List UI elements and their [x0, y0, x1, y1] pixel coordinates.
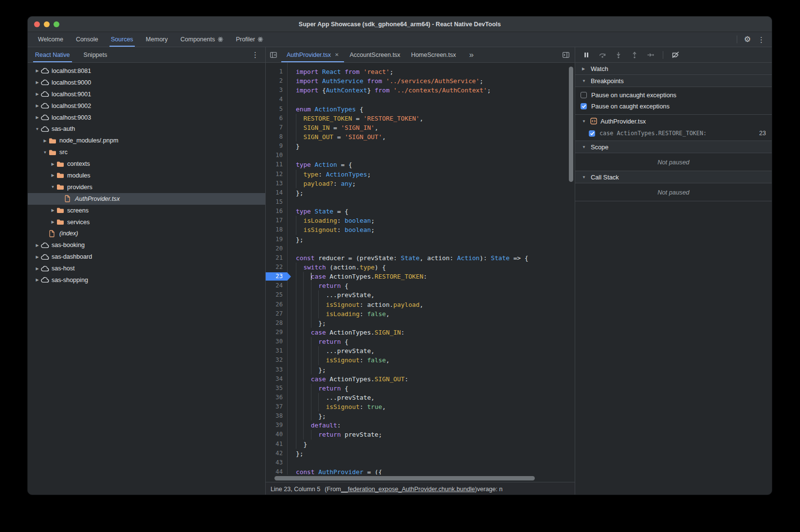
code-line[interactable]: const reducer = (prevState: State, actio…	[288, 253, 575, 263]
tree-item-localhost-8081[interactable]: ▶localhost:8081	[28, 65, 265, 77]
chevron-right-icon[interactable]: ▶	[49, 208, 56, 213]
tree-item-localhost-9001[interactable]: ▶localhost:9001	[28, 89, 265, 100]
gutter-line-number[interactable]: 42	[266, 449, 287, 458]
gutter-line-number[interactable]: 17	[266, 216, 287, 225]
code-line[interactable]: import AuthService from '../services/Aut…	[288, 76, 575, 86]
chevron-right-icon[interactable]: ▶	[41, 139, 49, 143]
gutter-line-number[interactable]: 28	[266, 319, 287, 328]
gutter-line-number[interactable]: 39	[266, 421, 287, 430]
step-over-button[interactable]	[599, 51, 606, 59]
editor-tab-authprovider-tsx[interactable]: AuthProvider.tsx✕	[281, 47, 344, 62]
code-line[interactable]: const AuthProvider = ({	[288, 467, 575, 475]
minimize-window-button[interactable]	[44, 21, 50, 27]
code-line[interactable]: isSignout: false,	[288, 355, 575, 365]
zoom-window-button[interactable]	[54, 21, 59, 27]
code-line[interactable]: case ActionTypes.SIGN_OUT:	[288, 374, 575, 384]
code-line[interactable]: type: ActionTypes;	[288, 170, 575, 179]
chevron-right-icon[interactable]: ▶	[34, 266, 41, 271]
code-line[interactable]: isSignout: action.payload,	[288, 300, 575, 309]
chevron-right-icon[interactable]: ▶	[49, 173, 56, 177]
gutter-line-number[interactable]: 1	[266, 67, 287, 76]
breakpoint-entry[interactable]: case ActionTypes.RESTORE_TOKEN: 23	[575, 127, 772, 139]
gutter-line-number[interactable]: 9	[266, 142, 287, 151]
code-line[interactable]: ...prevState,	[288, 290, 575, 300]
step-button[interactable]	[647, 51, 655, 59]
breakpoint-file-group[interactable]: ▼ AuthProvider.tsx	[575, 115, 772, 127]
gutter-line-number[interactable]: 18	[266, 225, 287, 234]
gutter-line-number[interactable]: 13	[266, 179, 287, 188]
pause-caught-checkbox[interactable]	[581, 103, 587, 109]
scope-section-header[interactable]: ▼ Scope	[575, 141, 772, 153]
code-line[interactable]: default:	[288, 421, 575, 430]
gutter-line-number[interactable]: 44	[266, 467, 287, 475]
call-stack-section-header[interactable]: ▼ Call Stack	[575, 171, 772, 183]
more-tabs-chevron[interactable]: »	[461, 47, 481, 62]
execution-line-marker[interactable]: 23	[266, 272, 287, 281]
gutter-line-number[interactable]: 31	[266, 346, 287, 355]
navigator-tab-snippets[interactable]: Snippets	[77, 47, 114, 62]
editor-tab-accountscreen-tsx[interactable]: AccountScreen.tsx	[344, 47, 405, 62]
tree-item-modules[interactable]: ▶modules	[28, 170, 265, 181]
code-line[interactable]: };	[288, 365, 575, 374]
tab-memory[interactable]: Memory	[140, 32, 174, 47]
tab-components[interactable]: Components	[174, 32, 230, 47]
settings-gear-icon[interactable]: ⚙	[744, 35, 751, 43]
tree-item-contexts[interactable]: ▶contexts	[28, 158, 265, 170]
code-line[interactable]: isLoading: false,	[288, 309, 575, 319]
gutter-line-number[interactable]: 8	[266, 132, 287, 142]
gutter-line-number[interactable]: 33	[266, 365, 287, 374]
tree-item-screens[interactable]: ▶screens	[28, 205, 265, 216]
gutter-line-number[interactable]: 12	[266, 170, 287, 179]
tree-item-sas-shopping[interactable]: ▶sas-shopping	[28, 274, 265, 286]
code-line[interactable]: isLoading: boolean;	[288, 216, 575, 225]
breakpoints-section-header[interactable]: ▼ Breakpoints	[575, 75, 772, 87]
gutter-line-number[interactable]: 10	[266, 151, 287, 160]
code-line[interactable]: ...prevState,	[288, 346, 575, 355]
code-line[interactable]: type Action = {	[288, 160, 575, 169]
gutter-line-number[interactable]: 27	[266, 309, 287, 319]
close-window-button[interactable]	[34, 21, 40, 27]
horizontal-scrollbar[interactable]	[266, 475, 575, 482]
gutter-line-number[interactable]: 41	[266, 440, 287, 449]
horizontal-scrollbar-thumb[interactable]	[274, 476, 535, 480]
tree-item-sas-host[interactable]: ▶sas-host	[28, 263, 265, 274]
chevron-right-icon[interactable]: ▶	[34, 69, 41, 73]
gutter-line-number[interactable]: 3	[266, 86, 287, 95]
tab-welcome[interactable]: Welcome	[32, 32, 70, 47]
code-line[interactable]	[288, 197, 575, 207]
tab-profiler[interactable]: Profiler	[230, 32, 270, 47]
code-line[interactable]: import {AuthContext} from '../contexts/A…	[288, 86, 575, 95]
code-line[interactable]: payload?: any;	[288, 179, 575, 188]
editor-tab-homescreen-tsx[interactable]: HomeScreen.tsx	[406, 47, 461, 62]
code-line[interactable]: enum ActionTypes {	[288, 105, 575, 114]
gutter-line-number[interactable]: 11	[266, 160, 287, 169]
code-line[interactable]: return {	[288, 281, 575, 290]
code-line[interactable]: }	[288, 440, 575, 449]
more-options-kebab-icon[interactable]: ⋮	[758, 36, 765, 43]
gutter-line-number[interactable]: 20	[266, 244, 287, 253]
vertical-scrollbar-thumb[interactable]	[569, 67, 573, 182]
code-line[interactable]	[288, 458, 575, 467]
tree-item-localhost-9000[interactable]: ▶localhost:9000	[28, 77, 265, 89]
gutter-line-number[interactable]: 43	[266, 458, 287, 467]
gutter-line-number[interactable]: 37	[266, 402, 287, 411]
gutter-line-number[interactable]: 34	[266, 374, 287, 384]
tab-sources[interactable]: Sources	[105, 32, 140, 47]
code-line[interactable]	[288, 244, 575, 253]
gutter-line-number[interactable]: 5	[266, 105, 287, 114]
navigator-tab-react-native[interactable]: React Native	[29, 47, 76, 62]
code-line[interactable]: }	[288, 142, 575, 151]
code-line[interactable]: };	[288, 319, 575, 328]
code-line[interactable]: isSignout: boolean;	[288, 225, 575, 234]
gutter-line-number[interactable]: 6	[266, 114, 287, 123]
code-line[interactable]	[288, 151, 575, 160]
gutter-line-number[interactable]: 21	[266, 253, 287, 263]
gutter-line-number[interactable]: 38	[266, 411, 287, 421]
breakpoint-entry-checkbox[interactable]	[589, 130, 595, 137]
code-line[interactable]: case ActionTypes.SIGN_IN:	[288, 328, 575, 337]
tree-item-localhost-9003[interactable]: ▶localhost:9003	[28, 112, 265, 124]
code-editor[interactable]: 1234567891011121314151617181920212223242…	[266, 63, 575, 475]
gutter-line-number[interactable]: 4	[266, 95, 287, 104]
chevron-right-icon[interactable]: ▶	[34, 278, 41, 282]
tree-item-src[interactable]: ▼src	[28, 146, 265, 158]
